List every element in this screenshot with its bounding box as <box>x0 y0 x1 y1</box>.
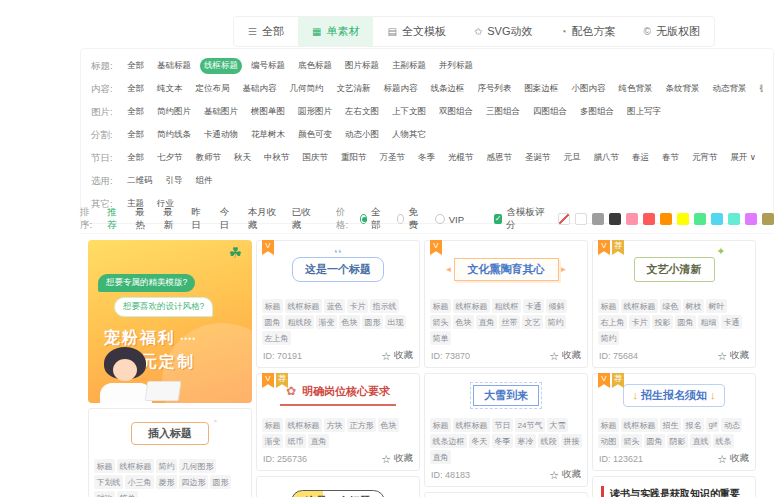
tag[interactable]: 简单 <box>117 491 138 497</box>
filter-option[interactable]: 元宵节 <box>688 150 722 166</box>
color-swatch[interactable] <box>643 213 655 225</box>
promo-banner[interactable]: ☘想要专属的精美模版?想要喜欢的设计风格?宠粉福利●●●●0元定制 <box>88 240 252 403</box>
filter-option[interactable]: 秋天 <box>230 150 255 166</box>
tag[interactable]: 卡片 <box>629 315 650 329</box>
filter-option[interactable]: 四图组合 <box>529 104 571 120</box>
tag[interactable]: 直线 <box>690 434 711 448</box>
tag[interactable]: 线框标题 <box>453 299 490 313</box>
filter-option[interactable]: 动态小图 <box>341 127 383 143</box>
favorite-button[interactable]: ☆收藏 <box>381 349 413 362</box>
tag[interactable]: 标题 <box>94 459 115 473</box>
nav-tab[interactable]: ▦单素材 <box>298 17 373 46</box>
filter-option[interactable]: 基础内容 <box>239 81 281 97</box>
tag[interactable]: 投影 <box>652 315 673 329</box>
tag[interactable]: 方块 <box>324 418 345 432</box>
template-card[interactable]: V荐招生报名须知标题线框标题招生报名gif动态动图箭头圆角阴影直线线条ID: 1… <box>592 373 756 471</box>
tag[interactable]: 报名 <box>683 418 704 432</box>
filter-option[interactable]: 左右文图 <box>341 104 383 120</box>
template-card[interactable]: 插入标题标题线框标题简约几何图形下划线小三角菱形四边形圆形对称简单ID: 473… <box>88 408 252 497</box>
tag[interactable]: 卡片 <box>347 299 368 313</box>
color-swatch[interactable] <box>711 213 723 225</box>
filter-option[interactable]: 图案边框 <box>521 81 563 97</box>
favorite-button[interactable]: ☆收藏 <box>717 349 749 362</box>
tag[interactable]: 正方形 <box>347 418 376 432</box>
filter-option[interactable]: 底色标题 <box>294 58 336 74</box>
template-card[interactable]: V荐明确岗位核心要求标题线框标题方块正方形色块渐变纸币直角ID: 256736☆… <box>256 373 420 471</box>
filter-option[interactable]: 重阳节 <box>337 150 371 166</box>
tag[interactable]: 粗细 <box>698 315 719 329</box>
tag[interactable]: 下划线 <box>94 475 123 489</box>
filter-option[interactable]: 图上写字 <box>623 104 665 120</box>
filter-option[interactable]: 并列标题 <box>435 58 477 74</box>
tag[interactable]: 简约 <box>156 459 177 473</box>
filter-option[interactable]: 纯色背景 <box>615 81 657 97</box>
score-checkbox[interactable]: ✓含模板评分 <box>494 206 546 232</box>
template-card[interactable]: 读书与实践是获取知识的重要课堂标题线框标题左边框色块竖线短线简约简单极简左对齐居… <box>592 476 756 497</box>
sort-option[interactable]: 最热 <box>135 206 151 232</box>
tag[interactable]: 色块 <box>378 418 399 432</box>
tag[interactable]: 绿色 <box>660 299 681 313</box>
price-radio[interactable]: 免费 <box>397 206 421 232</box>
tag[interactable]: 渐变 <box>262 434 283 448</box>
tag[interactable]: 树叶 <box>706 299 727 313</box>
tag[interactable]: 拼接 <box>561 434 582 448</box>
tag[interactable]: 线框标题 <box>621 418 658 432</box>
filter-option[interactable]: 卡通动物 <box>200 127 242 143</box>
tag[interactable]: 卡通 <box>523 299 544 313</box>
tag[interactable]: 大雪 <box>547 418 568 432</box>
tag[interactable]: 四边形 <box>179 475 208 489</box>
filter-option[interactable]: 冬季 <box>414 150 439 166</box>
filter-option[interactable]: 颜色可变 <box>294 127 336 143</box>
nav-tab[interactable]: ☰全部 <box>234 17 298 46</box>
tag[interactable]: 标题 <box>430 418 451 432</box>
filter-option[interactable]: 全部 <box>123 150 148 166</box>
template-card[interactable]: V文化熏陶育其心标题线框标题粗线框卡通倾斜箭头色块直角丝带文艺简约简单ID: 7… <box>424 240 588 368</box>
color-swatch[interactable] <box>592 213 604 225</box>
sort-option[interactable]: 今日 <box>220 206 236 232</box>
color-swatch[interactable] <box>762 213 774 225</box>
tag[interactable]: 箭头 <box>621 434 642 448</box>
filter-option[interactable]: 图片标题 <box>341 58 383 74</box>
tag[interactable]: 纸币 <box>285 434 306 448</box>
tag[interactable]: 招生 <box>660 418 681 432</box>
filter-option[interactable]: 全部 <box>123 127 148 143</box>
tag[interactable]: 丝带 <box>499 315 520 329</box>
tag[interactable]: 几何图形 <box>179 459 216 473</box>
nav-tab[interactable]: ▤全文模板 <box>373 17 459 46</box>
sort-option[interactable]: 最新 <box>163 206 179 232</box>
tag[interactable]: 标题 <box>598 418 619 432</box>
filter-option[interactable]: 腊八节 <box>590 150 624 166</box>
tag[interactable]: 线框标题 <box>285 299 322 313</box>
filter-option[interactable]: 简约图片 <box>153 104 195 120</box>
filter-option[interactable]: 线框标题 <box>200 58 242 74</box>
filter-option[interactable]: 春节 <box>658 150 683 166</box>
filter-option[interactable]: 引导 <box>162 173 187 189</box>
filter-option[interactable]: 万圣节 <box>376 150 410 166</box>
sort-option[interactable]: 已收藏 <box>292 206 316 232</box>
color-swatch[interactable] <box>694 213 706 225</box>
template-card[interactable]: 这是一个标题标题线框标题蓝色黄色指示牌指引圆环把手卡片圆角矩形圆形卡通ID: 6… <box>256 476 420 497</box>
tag[interactable]: 蓝色 <box>324 299 345 313</box>
tag[interactable]: 冬季 <box>492 434 513 448</box>
tag[interactable]: 标题 <box>262 418 283 432</box>
tag[interactable]: 菱形 <box>156 475 177 489</box>
tag[interactable]: 色块 <box>339 315 360 329</box>
tag[interactable]: 寒冷 <box>515 434 536 448</box>
filter-option[interactable]: 横图单图 <box>247 104 289 120</box>
tag[interactable]: 卡通 <box>721 315 742 329</box>
tag[interactable]: 小三角 <box>125 475 154 489</box>
tag[interactable]: 左上角 <box>262 331 291 345</box>
template-card[interactable]: 这是一个标题标题线框标题蓝色几何图形圆形缩放放大粗线段下划线对称简约简单ID: … <box>424 492 588 497</box>
tag[interactable]: 倾斜 <box>546 299 567 313</box>
filter-option[interactable]: 全部 <box>123 58 148 74</box>
tag[interactable]: 冬天 <box>469 434 490 448</box>
tag[interactable]: 24节气 <box>515 418 545 432</box>
filter-option[interactable]: 二维码 <box>123 173 157 189</box>
tag[interactable]: 对称 <box>94 491 115 497</box>
tag[interactable]: 文艺 <box>522 315 543 329</box>
tag[interactable]: 粗线段 <box>285 315 314 329</box>
tag[interactable]: 粗线框 <box>492 299 521 313</box>
tag[interactable]: 直角 <box>308 434 329 448</box>
filter-option[interactable]: 春运 <box>628 150 653 166</box>
tag[interactable]: 圆角 <box>262 315 283 329</box>
